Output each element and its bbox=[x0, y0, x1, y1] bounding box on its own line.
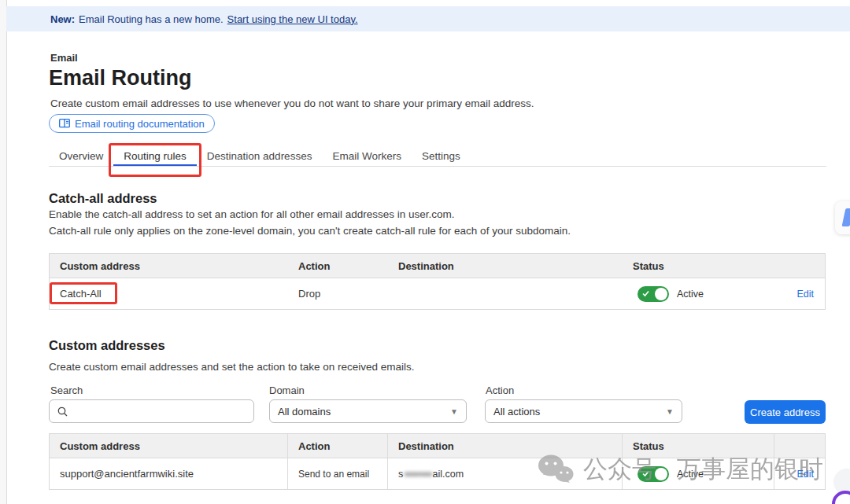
column-header-custom-address: Custom address bbox=[50, 434, 288, 458]
banner-message: Email Routing has a new home. bbox=[79, 13, 224, 25]
action-select[interactable]: All actions ▼ bbox=[485, 399, 682, 423]
tab-routing-rules-label: Routing rules bbox=[124, 150, 187, 162]
tab-email-workers[interactable]: Email Workers bbox=[322, 146, 412, 166]
check-icon bbox=[642, 290, 649, 297]
catch-all-description-line2: Catch-all rule only applies on the zone-… bbox=[49, 225, 571, 237]
tab-routing-rules[interactable]: Routing rules bbox=[113, 146, 197, 166]
domain-select-value: All domains bbox=[278, 406, 331, 418]
floating-helper-widget[interactable] bbox=[835, 201, 850, 234]
catch-all-heading: Catch-all address bbox=[49, 191, 157, 206]
tab-destination-addresses[interactable]: Destination addresses bbox=[197, 146, 323, 166]
new-ui-banner: New: Email Routing has a new home. Start… bbox=[6, 6, 850, 31]
check-icon bbox=[642, 470, 649, 477]
custom-addresses-table: Custom address Action Destination Status… bbox=[49, 433, 826, 490]
email-routing-documentation-button[interactable]: Email routing documentation bbox=[49, 114, 215, 133]
catch-all-table-header: Custom address Action Destination Status bbox=[50, 254, 825, 278]
tab-overview[interactable]: Overview bbox=[49, 146, 113, 166]
column-header-status: Status bbox=[623, 254, 774, 278]
page-description: Create custom email addresses to use whe… bbox=[50, 97, 534, 109]
chevron-down-icon: ▼ bbox=[666, 407, 674, 416]
catch-all-row-destination bbox=[388, 278, 623, 309]
banner-link[interactable]: Start using the new UI today. bbox=[227, 13, 358, 25]
column-header-destination: Destination bbox=[388, 434, 623, 458]
custom-address-table-row: support@ancientfarmwiki.site Send to an … bbox=[50, 458, 825, 489]
catch-all-status-toggle[interactable] bbox=[638, 286, 669, 302]
search-icon bbox=[57, 407, 68, 417]
custom-address-row-destination: s●●●●●●●ail.com bbox=[398, 469, 464, 480]
catch-all-description-line1: Enable the catch-all address to set an a… bbox=[49, 208, 455, 220]
book-icon bbox=[59, 119, 70, 128]
column-header-action: Action bbox=[288, 434, 388, 458]
column-header-status: Status bbox=[623, 434, 774, 458]
create-address-button[interactable]: Create address bbox=[745, 400, 826, 424]
column-header-destination: Destination bbox=[388, 254, 623, 278]
column-header-action: Action bbox=[288, 254, 388, 278]
custom-addresses-table-header: Custom address Action Destination Status bbox=[50, 434, 825, 458]
catch-all-row-action: Drop bbox=[288, 278, 388, 309]
custom-address-edit-link[interactable]: Edit bbox=[796, 469, 814, 480]
catch-all-table-row: Catch-All Drop Active Edit bbox=[50, 278, 825, 309]
column-header-blank bbox=[774, 434, 825, 458]
action-select-value: All actions bbox=[493, 406, 540, 418]
catch-all-row-name: Catch-All bbox=[60, 288, 102, 300]
search-input[interactable] bbox=[49, 399, 254, 423]
catch-all-status-label: Active bbox=[677, 289, 704, 300]
custom-address-status-toggle[interactable] bbox=[638, 466, 669, 482]
custom-address-row-action: Send to an email bbox=[288, 458, 388, 489]
custom-address-row-name: support@ancientfarmwiki.site bbox=[50, 458, 288, 489]
doc-button-label: Email routing documentation bbox=[75, 118, 205, 130]
email-routing-page: New: Email Routing has a new home. Start… bbox=[0, 0, 850, 504]
custom-addresses-description: Create custom email addresses and set th… bbox=[49, 361, 415, 373]
tab-bar: Overview Routing rules Destination addre… bbox=[49, 146, 826, 167]
tab-settings[interactable]: Settings bbox=[412, 146, 471, 166]
helper-widget-icon bbox=[842, 208, 850, 226]
catch-all-edit-link[interactable]: Edit bbox=[796, 289, 814, 300]
sidebar-edge bbox=[0, 0, 7, 504]
action-label: Action bbox=[486, 384, 514, 396]
chevron-down-icon: ▼ bbox=[450, 407, 458, 416]
custom-address-status-label: Active bbox=[677, 469, 704, 480]
page-title: Email Routing bbox=[49, 66, 192, 90]
domain-select[interactable]: All domains ▼ bbox=[269, 399, 467, 423]
search-label: Search bbox=[50, 384, 83, 396]
banner-badge: New: bbox=[50, 13, 75, 25]
custom-addresses-heading: Custom addresses bbox=[49, 338, 165, 353]
masked-email-segment: ●●●●●●● bbox=[404, 469, 431, 478]
catch-all-table: Custom address Action Destination Status… bbox=[49, 253, 826, 310]
column-header-blank bbox=[774, 254, 825, 278]
breadcrumb-email: Email bbox=[50, 52, 78, 64]
floating-avatar-button[interactable] bbox=[832, 491, 850, 504]
column-header-custom-address: Custom address bbox=[50, 254, 288, 278]
domain-label: Domain bbox=[269, 384, 305, 396]
